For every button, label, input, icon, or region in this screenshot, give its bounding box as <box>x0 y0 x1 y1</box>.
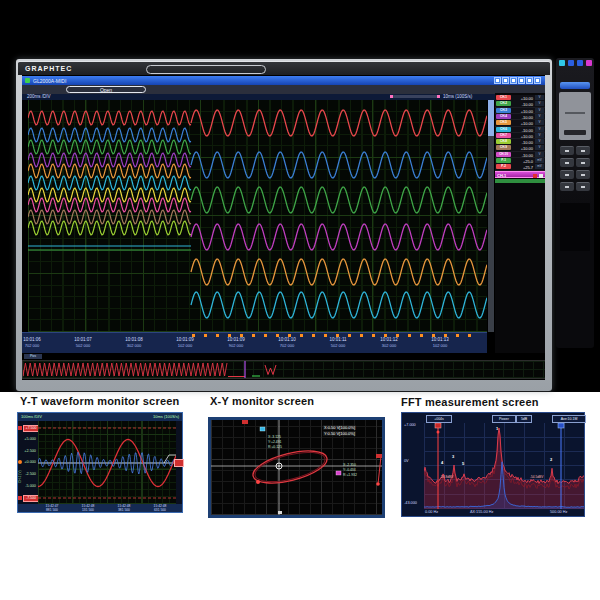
trigger-mark-icon <box>372 334 375 337</box>
app-icon <box>25 78 30 83</box>
pad-button-6[interactable] <box>576 170 590 179</box>
vertical-scrollbar[interactable] <box>488 100 494 332</box>
time-label: 10:01:10702 000 <box>262 337 312 349</box>
pad-button-8[interactable] <box>576 182 590 191</box>
trigger-mark-icon <box>300 334 303 337</box>
trigger-mark-icon <box>408 334 411 337</box>
record-icon[interactable] <box>533 174 537 178</box>
channel-unit: V <box>535 108 544 113</box>
toolbar-button-3[interactable] <box>510 77 517 84</box>
channel-unit: V <box>535 95 544 100</box>
time-label: 10:01:09102 000 <box>160 337 210 349</box>
time-div-label: 200ms /DIV <box>27 95 51 100</box>
fft-peak-2: 2 <box>550 457 552 462</box>
channel-unit: mV <box>535 158 544 163</box>
fft-time-box: +004s <box>426 415 452 423</box>
pad-status-icon-3 <box>577 60 583 66</box>
mini-scrollbar-right-dot[interactable] <box>437 95 440 98</box>
fft-y-mid: 0V <box>404 459 409 463</box>
fft-peak-5: 5 <box>462 461 464 466</box>
trigger-mark-icon <box>216 334 219 337</box>
pad-label-panel <box>559 92 591 140</box>
xy-readout-x: X:0.50 V[100.0%] <box>323 425 356 430</box>
yt-alarm-high-marker[interactable] <box>18 426 22 430</box>
channel-value: -10.00 <box>512 153 533 158</box>
trigger-mark-icon <box>264 334 267 337</box>
time-label: 10:01:11502 000 <box>313 337 363 349</box>
fft-peak-4: 4 <box>441 460 443 465</box>
product-photo-background: GRAPHTEC GL2000A-MIDI Open 200ms /DIV 10… <box>0 0 600 392</box>
yt-timestamp: 15:42:48631 500 <box>142 505 178 513</box>
channel-value: -10.00 <box>512 128 533 133</box>
selected-channel-bar[interactable]: CH-1 <box>495 171 545 178</box>
channel-value: -10.00 <box>512 115 533 120</box>
xy-marker1-y: Y:+2.491 <box>268 440 281 444</box>
channel-unit: V <box>535 152 544 157</box>
yt-alarm-high-badge[interactable]: +7.500 <box>23 425 39 432</box>
fft-peak-1: 1 <box>496 426 498 431</box>
pad-button-5[interactable] <box>560 170 574 179</box>
channel-badge: CH-9 <box>496 145 511 150</box>
pad-function-button[interactable] <box>560 82 590 89</box>
channel-sub-bar <box>495 179 545 183</box>
yt-top-bar: 100ms /DIV 10ms (100S/s) <box>18 413 182 421</box>
trigger-mark-icon <box>240 334 243 337</box>
vertical-scrollbar-thumb[interactable] <box>488 100 494 136</box>
trigger-mark-icon <box>384 334 387 337</box>
yt-trigger-marker[interactable] <box>18 460 22 464</box>
page: GRAPHTEC GL2000A-MIDI Open 200ms /DIV 10… <box>0 0 600 600</box>
pad-button-2[interactable] <box>576 146 590 155</box>
trigger-mark-icon <box>204 334 207 337</box>
overview-waveform-strip[interactable] <box>22 360 545 379</box>
pad-button-4[interactable] <box>576 158 590 167</box>
window-title: GL2000A-MIDI <box>33 78 66 84</box>
model-badge <box>146 65 266 74</box>
pad-button-7[interactable] <box>560 182 574 191</box>
trigger-mark-icon <box>360 334 363 337</box>
channel-badge: P-2 <box>496 164 511 169</box>
channel-unit: V <box>535 133 544 138</box>
fft-x-left: 0.00 Hz <box>425 510 438 514</box>
pad-button-3[interactable] <box>560 158 574 167</box>
trigger-mark-icon <box>324 334 327 337</box>
toolbar-button-5[interactable] <box>526 77 533 84</box>
pad-button-1[interactable] <box>560 146 574 155</box>
toolbar-button-1[interactable] <box>494 77 501 84</box>
channel-badge: CH-10 <box>496 152 511 157</box>
open-button[interactable]: Open <box>66 86 146 93</box>
channel-value: -10.00 <box>512 102 533 107</box>
time-axis: 10:01:06702 000 10:01:07502 000 10:01:08… <box>22 332 487 353</box>
yt-tick: +5.000 <box>20 437 36 441</box>
xy-marker2-r: R:+1.932 <box>343 473 357 477</box>
yt-tick: +0.000 <box>20 460 36 464</box>
overview-tab[interactable]: Pos <box>24 354 42 359</box>
brand-logo: GRAPHTEC <box>25 65 72 72</box>
toolbar-button-6[interactable] <box>534 77 541 84</box>
channel-value: +25.0 <box>512 159 533 164</box>
channel-value: -10.00 <box>512 140 533 145</box>
toolbar-button-2[interactable] <box>502 77 509 84</box>
waveform-display-area <box>28 100 487 332</box>
fft-section-label: FFT measurement screen <box>401 396 539 408</box>
settings-icon[interactable] <box>539 174 543 178</box>
mini-scrollbar-left-dot[interactable] <box>390 95 393 98</box>
yt-level-badge[interactable] <box>174 459 184 467</box>
channel-row-P-2[interactable]: P-2+25.7mV <box>495 164 545 171</box>
yt-alarm-low-badge[interactable]: -7.500 <box>23 495 39 502</box>
time-label: 10:01:12302 000 <box>364 337 414 349</box>
yt-alarm-low-marker[interactable] <box>18 496 22 500</box>
yt-time-bar: 15:42:47881 500 15:42:48131 500 15:42:48… <box>18 504 182 512</box>
channel-value: +10.00 <box>512 96 533 101</box>
fft-y-top: +7.000 <box>404 423 416 427</box>
mini-scrollbar[interactable] <box>390 95 440 98</box>
sample-rate-label: 10ms (100S/s) <box>443 95 472 100</box>
yt-timestamp: 15:42:48381 500 <box>106 505 142 513</box>
fft-plot-area <box>424 423 584 509</box>
fft-peak-3: 3 <box>452 454 454 459</box>
channel-unit: V <box>535 120 544 125</box>
toolbar-button-4[interactable] <box>518 77 525 84</box>
trigger-mark-icon <box>312 334 315 337</box>
fft-readout-right: -54.5dBV <box>530 475 543 479</box>
overview-trace <box>23 361 545 378</box>
pad-card-slot <box>564 130 586 135</box>
